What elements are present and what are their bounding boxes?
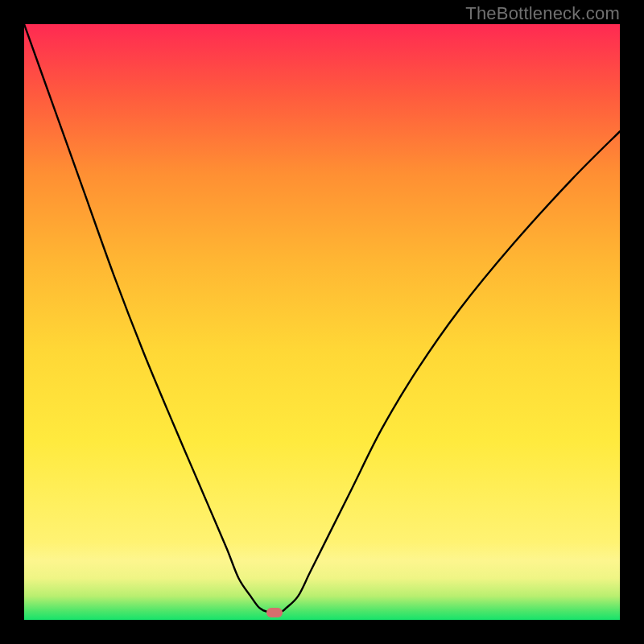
bottleneck-curve-path: [24, 24, 620, 613]
plot-area: [24, 24, 620, 620]
min-marker: [266, 608, 283, 617]
curve-svg: [24, 24, 620, 620]
chart-frame: TheBottleneck.com: [0, 0, 644, 644]
watermark-text: TheBottleneck.com: [465, 3, 620, 24]
